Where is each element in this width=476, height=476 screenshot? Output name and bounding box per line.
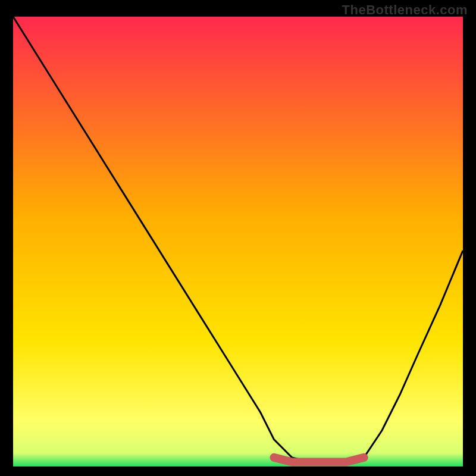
chart-stage: TheBottleneck.com bbox=[0, 0, 476, 476]
plot-svg bbox=[13, 17, 463, 466]
optimal-band-marker bbox=[274, 458, 364, 462]
plot-area bbox=[13, 17, 463, 466]
watermark-text: TheBottleneck.com bbox=[342, 2, 468, 18]
gradient-background bbox=[13, 17, 463, 466]
